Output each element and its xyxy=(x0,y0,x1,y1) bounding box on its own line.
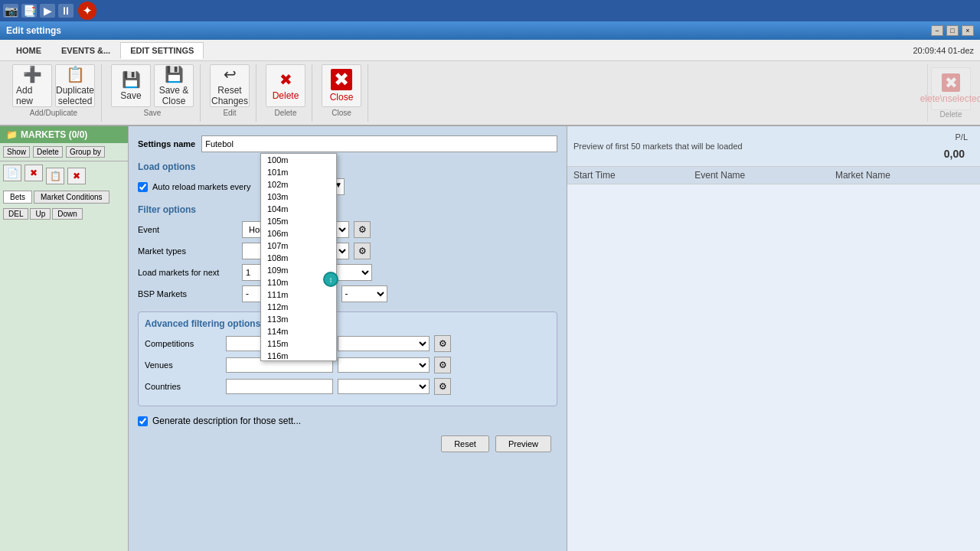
duplicate-icon: 📋 xyxy=(66,65,85,83)
event-label: Event xyxy=(138,225,237,234)
tab-home[interactable]: HOME xyxy=(6,42,51,59)
dropdown-item[interactable]: 112m xyxy=(261,301,336,313)
tab-market-conditions[interactable]: Market Conditions xyxy=(34,191,109,204)
filter-options-header: Filter options xyxy=(138,204,557,215)
ribbon: ➕ Add new 📋 Duplicate selected Add/Dupli… xyxy=(0,61,980,126)
generate-description-checkbox[interactable] xyxy=(138,416,148,426)
maximize-button[interactable]: □ xyxy=(946,25,959,36)
sidebar-copy-icon[interactable]: 📋 xyxy=(46,168,64,184)
dropdown-item[interactable]: 108m xyxy=(261,252,336,264)
dropdown-item[interactable]: 106m xyxy=(261,227,336,240)
pl-value: 0,00 xyxy=(935,145,974,163)
load-markets-row: Load markets for next arkets - xyxy=(138,264,557,281)
delete-sidebar-btn[interactable]: Delete xyxy=(33,146,63,158)
advanced-filtering-section: Advanced filtering options Competitions … xyxy=(138,311,557,406)
del-item-btn[interactable]: DEL xyxy=(3,208,28,220)
generate-description-label: Generate description for those sett... xyxy=(152,416,301,426)
competitions-select[interactable] xyxy=(338,336,430,351)
delete-icon: ✖ xyxy=(279,70,292,89)
preview-header-text: Preview of first 50 markets that will be… xyxy=(573,142,743,151)
dropdown-item[interactable]: 102m xyxy=(261,178,336,191)
minimize-button[interactable]: − xyxy=(931,25,943,36)
reset-changes-button[interactable]: ↩ Reset Changes xyxy=(210,64,250,107)
countries-select[interactable] xyxy=(338,379,430,394)
groupby-btn[interactable]: Group by xyxy=(66,146,105,158)
auto-reload-checkbox[interactable] xyxy=(138,182,148,192)
save-close-button[interactable]: 💾 Save & Close xyxy=(154,64,194,107)
dropdown-item[interactable]: 104m xyxy=(261,203,336,215)
sidebar-header: 📁 MARKETS (0/0) xyxy=(0,126,128,143)
venues-gear-button[interactable]: ⚙ xyxy=(434,357,451,373)
ribbon-group-save: 💾 Save 💾 Save & Close Save xyxy=(105,64,201,122)
venues-select[interactable] xyxy=(338,357,430,373)
auto-reload-row: Auto reload markets every [EditValue is … xyxy=(138,178,557,195)
market-types-gear-button[interactable]: ⚙ xyxy=(354,243,371,259)
dropdown-item[interactable]: 113m xyxy=(261,313,336,325)
window-title: Edit settings xyxy=(6,25,61,36)
add-new-icon: ➕ xyxy=(23,65,42,83)
save-close-icon: 💾 xyxy=(165,65,184,83)
mini-btn-2[interactable]: 📑 xyxy=(21,4,37,18)
dropdown-item[interactable]: 101m xyxy=(261,166,336,178)
dropdown-item[interactable]: 107m xyxy=(261,240,336,252)
load-options-section: Load options Auto reload markets every [… xyxy=(138,161,557,195)
auto-reload-label: Auto reload markets every xyxy=(152,182,267,191)
advanced-filtering-header: Advanced filtering options xyxy=(145,318,550,329)
action-buttons: Reset Preview xyxy=(138,429,557,458)
close-button[interactable]: × xyxy=(962,25,974,36)
ribbon-group-close: ✖ Close Close xyxy=(315,64,368,122)
preview-button[interactable]: Preview xyxy=(495,435,551,452)
settings-name-input[interactable] xyxy=(201,135,557,152)
mini-btn-4[interactable]: ⏸ xyxy=(58,4,74,18)
sidebar-tabs: Bets Market Conditions xyxy=(0,187,128,207)
title-bar: Edit settings − □ × xyxy=(0,21,980,40)
in-play-select[interactable]: - xyxy=(341,285,387,302)
competitions-label: Competitions xyxy=(145,339,221,348)
dropdown-item[interactable]: 116m xyxy=(261,350,336,360)
event-gear-button[interactable]: ⚙ xyxy=(354,221,371,238)
sidebar: 📁 MARKETS (0/0) Show Delete Group by 📄 ✖… xyxy=(0,126,129,551)
sidebar-del-icon[interactable]: ✖ xyxy=(67,168,86,184)
tab-bets[interactable]: Bets xyxy=(3,191,32,204)
dropdown-item[interactable]: 114m xyxy=(261,325,336,337)
sidebar-refresh-icon[interactable]: ✖ xyxy=(24,165,43,181)
dropdown-list[interactable]: 100m101m102m103m104m105m106m107m108m109m… xyxy=(261,154,336,360)
close-button-ribbon[interactable]: ✖ Close xyxy=(322,64,361,107)
sidebar-add-icon[interactable]: 📄 xyxy=(3,165,21,181)
tab-edit-settings[interactable]: EDIT SETTINGS xyxy=(120,42,204,59)
pl-header: P/L xyxy=(935,129,974,145)
add-new-button[interactable]: ➕ Add new xyxy=(12,64,52,107)
competitions-gear-button[interactable]: ⚙ xyxy=(434,335,451,352)
app-top-bar: 📷 📑 ▶ ⏸ ✦ xyxy=(0,0,980,21)
duplicate-button[interactable]: 📋 Duplicate selected xyxy=(55,64,95,107)
dropdown-item[interactable]: 111m xyxy=(261,289,336,301)
clock-display: 20:09:44 01-dez xyxy=(913,46,974,55)
settings-name-row: Settings name xyxy=(138,135,557,152)
up-item-btn[interactable]: Up xyxy=(30,208,51,220)
scroll-indicator[interactable]: ↕ xyxy=(323,272,338,287)
center-panel: Settings name Load options Auto reload m… xyxy=(129,126,567,551)
app-logo: ✦ xyxy=(78,2,96,20)
countries-gear-button[interactable]: ⚙ xyxy=(434,378,451,395)
dropdown-item[interactable]: 115m xyxy=(261,337,336,350)
main-area: 📁 MARKETS (0/0) Show Delete Group by 📄 ✖… xyxy=(0,126,980,551)
delete-button[interactable]: ✖ Delete xyxy=(266,64,305,107)
tab-events[interactable]: EVENTS &... xyxy=(51,42,120,59)
settings-name-label: Settings name xyxy=(138,139,195,148)
show-btn[interactable]: Show xyxy=(3,146,30,158)
save-button[interactable]: 💾 Save xyxy=(111,64,151,107)
countries-input[interactable] xyxy=(226,379,333,394)
dropdown-item[interactable]: 100m xyxy=(261,154,336,166)
market-types-label: Market types xyxy=(138,246,237,256)
dropdown-item[interactable]: 103m xyxy=(261,191,336,203)
mini-btn-3[interactable]: ▶ xyxy=(40,4,55,18)
close-icon: ✖ xyxy=(331,69,352,90)
down-item-btn[interactable]: Down xyxy=(52,208,83,220)
mini-btn-1[interactable]: 📷 xyxy=(3,4,18,18)
venues-row: Venues ⚙ xyxy=(145,357,550,373)
event-row: Event Horse Racin ⚙ xyxy=(138,221,557,238)
reset-button[interactable]: Reset xyxy=(441,435,489,452)
delete-selected-icon: ✖ xyxy=(942,73,960,92)
filter-options-section: Filter options Event Horse Racin ⚙ Marke… xyxy=(138,204,557,302)
dropdown-item[interactable]: 105m xyxy=(261,215,336,227)
